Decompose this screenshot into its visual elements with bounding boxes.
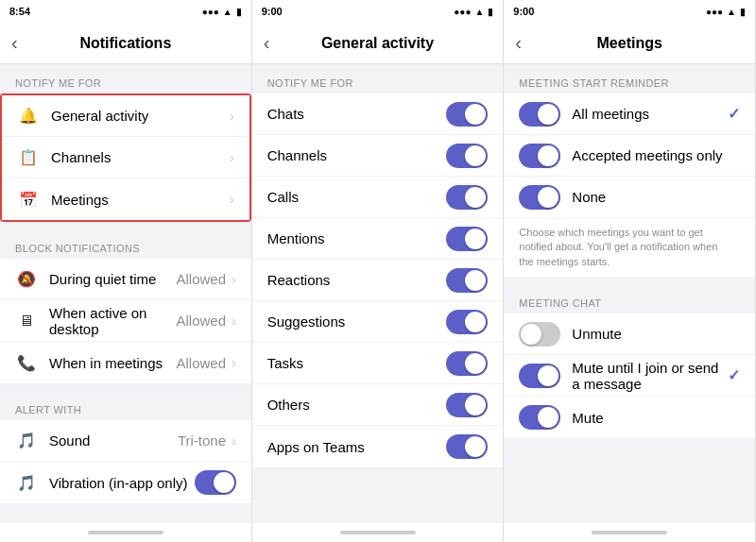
channels-label-2: Channels (267, 147, 447, 163)
section-header-notify: Notify me for (0, 64, 251, 93)
notify-list: 🔔 General activity › 📋 Channels › 📅 Meet… (2, 95, 249, 220)
back-button-3[interactable]: ‹ (515, 32, 522, 54)
list-item-general-activity[interactable]: 🔔 General activity › (2, 95, 249, 137)
suggestions-toggle[interactable] (446, 310, 488, 334)
nav-title-2: General activity (321, 35, 434, 52)
mentions-toggle[interactable] (446, 227, 488, 251)
suggestions-label: Suggestions (267, 313, 447, 330)
meeting-description-text: Choose which meetings you want to get no… (519, 226, 740, 269)
accepted-meetings-toggle[interactable] (519, 144, 560, 168)
sound-value: Tri-tone (178, 432, 226, 449)
time-3: 9:00 (513, 6, 534, 17)
chevron-desktop: › (232, 313, 236, 329)
home-indicator-1 (88, 531, 163, 534)
quiet-icon: 🔕 (15, 268, 38, 291)
list-item-channels-2[interactable]: Channels (252, 135, 504, 177)
channels-toggle[interactable] (446, 144, 488, 168)
chevron-meetings: › (230, 192, 234, 207)
quiet-time-label: During quiet time (49, 271, 176, 287)
all-meetings-toggle[interactable] (519, 102, 560, 127)
list-item-active-desktop[interactable]: 🖥 When active on desktop Allowed › (0, 300, 251, 342)
active-desktop-label: When active on desktop (49, 305, 176, 337)
list-item-unmute[interactable]: Unmute (504, 313, 755, 355)
list-item-chats[interactable]: Chats (252, 93, 504, 135)
mute-label: Mute (572, 410, 740, 426)
unmute-toggle[interactable] (519, 322, 560, 347)
mute-toggle[interactable] (519, 405, 560, 430)
list-item-description: Choose which meetings you want to get no… (504, 218, 755, 277)
battery-icon-2: ▮ (488, 7, 493, 17)
list-item-suggestions[interactable]: Suggestions (252, 301, 504, 343)
list-item-apps-on-teams[interactable]: Apps on Teams (252, 426, 504, 467)
signal-icon: ●●● (202, 7, 219, 17)
general-activity-label: General activity (51, 108, 230, 124)
status-bar-3: 9:00 ●●● ▲ ▮ (504, 0, 755, 23)
list-item-in-meetings[interactable]: 📞 When in meetings Allowed › (0, 342, 251, 383)
list-item-mute-until[interactable]: Mute until I join or send a message ✓ (504, 355, 755, 397)
list-item-calls[interactable]: Calls (252, 177, 504, 218)
section-header-block: Block notifications (0, 229, 251, 259)
others-toggle[interactable] (446, 393, 488, 417)
none-toggle[interactable] (519, 185, 560, 210)
vibration-label: Vibration (in-app only) (49, 475, 195, 491)
calls-label: Calls (267, 189, 447, 205)
back-button-2[interactable]: ‹ (264, 32, 270, 54)
chevron-general: › (230, 109, 234, 124)
back-button-1[interactable]: ‹ (11, 32, 18, 54)
apps-toggle[interactable] (446, 434, 488, 459)
list-item-tasks[interactable]: Tasks (252, 343, 504, 384)
vibration-toggle[interactable] (195, 470, 236, 495)
time-1: 8:54 (9, 6, 30, 17)
in-meetings-label: When in meetings (49, 355, 176, 371)
list-item-channels[interactable]: 📋 Channels › (2, 137, 249, 178)
panel-notifications: 8:54 ●●● ▲ ▮ ‹ Notifications Notify me f… (0, 0, 252, 542)
general-activity-list: Chats Channels Calls Mentions Reactions … (252, 93, 504, 467)
others-label: Others (267, 397, 447, 413)
all-meetings-check: ✓ (728, 105, 740, 123)
list-item-none[interactable]: None (504, 177, 755, 218)
calls-toggle[interactable] (446, 185, 488, 210)
list-item-sound[interactable]: 🎵 Sound Tri-tone › (0, 420, 251, 462)
wifi-icon: ▲ (223, 7, 232, 17)
battery-icon: ▮ (236, 7, 242, 17)
desktop-icon: 🖥 (15, 310, 38, 332)
chats-label: Chats (267, 106, 447, 122)
meeting-reminder-list: All meetings ✓ Accepted meetings only No… (504, 93, 755, 277)
list-item-accepted-meetings[interactable]: Accepted meetings only (504, 135, 755, 177)
time-2: 9:00 (262, 6, 283, 17)
reactions-toggle[interactable] (446, 268, 488, 293)
bell-icon: 🔔 (17, 105, 40, 127)
list-item-reactions[interactable]: Reactions (252, 260, 504, 301)
all-meetings-label: All meetings (572, 106, 728, 122)
list-item-quiet-time[interactable]: 🔕 During quiet time Allowed › (0, 259, 251, 300)
sound-icon: 🎵 (15, 430, 38, 452)
list-item-mute[interactable]: Mute (504, 397, 755, 438)
panel-general-activity: 9:00 ●●● ▲ ▮ ‹ General activity Notify m… (252, 0, 505, 542)
wifi-icon-3: ▲ (727, 7, 736, 17)
mentions-label: Mentions (267, 230, 447, 246)
phone-icon: 📞 (15, 351, 38, 374)
channels-label: Channels (51, 149, 230, 165)
status-bar-1: 8:54 ●●● ▲ ▮ (0, 0, 251, 23)
list-item-others[interactable]: Others (252, 384, 504, 426)
apps-on-teams-label: Apps on Teams (267, 439, 447, 455)
list-item-vibration[interactable]: 🎵 Vibration (in-app only) (0, 462, 251, 503)
bottom-bar-1 (0, 523, 251, 542)
nav-bar-3: ‹ Meetings (504, 23, 755, 64)
in-meetings-value: Allowed (176, 355, 226, 371)
status-icons-1: ●●● ▲ ▮ (202, 7, 242, 17)
tasks-toggle[interactable] (446, 351, 488, 376)
chevron-channels: › (230, 150, 234, 165)
chats-toggle[interactable] (446, 102, 488, 127)
mute-until-toggle[interactable] (519, 364, 560, 388)
nav-bar-2: ‹ General activity (252, 23, 504, 64)
status-icons-3: ●●● ▲ ▮ (706, 7, 746, 17)
list-item-meetings[interactable]: 📅 Meetings › (2, 178, 249, 220)
list-item-mentions[interactable]: Mentions (252, 218, 504, 260)
home-indicator-2 (340, 531, 416, 534)
sound-label: Sound (49, 432, 178, 449)
list-item-all-meetings[interactable]: All meetings ✓ (504, 93, 755, 135)
mute-until-check: ✓ (728, 366, 740, 384)
nav-bar-1: ‹ Notifications (0, 23, 251, 64)
reactions-label: Reactions (267, 272, 447, 288)
